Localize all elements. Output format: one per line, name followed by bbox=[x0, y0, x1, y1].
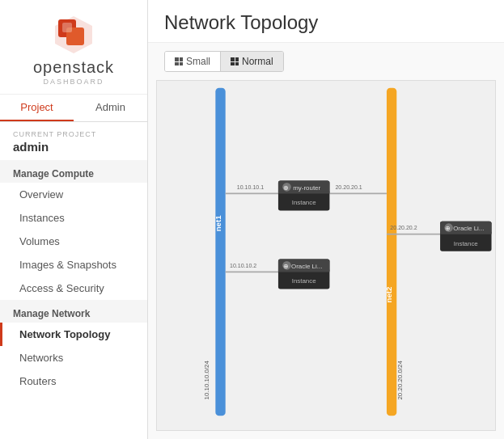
oracle1-name: Oracle Li... bbox=[291, 263, 322, 270]
nav-access-security[interactable]: Access & Security bbox=[0, 276, 147, 300]
oracle1-icon-text: ⊕ bbox=[283, 263, 289, 270]
logo-text: openstack bbox=[33, 58, 114, 77]
oracle2-type: Instance bbox=[454, 240, 479, 247]
oracle1-divider bbox=[278, 270, 329, 272]
router-icon-text: ⊕ bbox=[283, 184, 289, 192]
net1-subnet-label: 10.10.10.0/24 bbox=[203, 360, 210, 399]
small-grid-icon bbox=[175, 57, 183, 65]
normal-label: Normal bbox=[242, 56, 273, 67]
logo-subtext: DASHBOARD bbox=[43, 78, 104, 86]
openstack-logo-icon bbox=[52, 15, 95, 55]
net1-bar bbox=[215, 88, 225, 416]
oracle1-type: Instance bbox=[292, 277, 317, 285]
topology-canvas: net1 10.10.10.0/24 net2 20.20.20.0/24 10… bbox=[156, 80, 496, 431]
nav-routers[interactable]: Routers bbox=[0, 369, 147, 393]
current-project-name: admin bbox=[0, 140, 147, 160]
ip-net2-oracle2: 20.20.20.2 bbox=[390, 225, 417, 230]
page-title: Network Topology bbox=[164, 11, 488, 34]
ip-net1-router: 10.10.10.1 bbox=[237, 184, 264, 190]
ip-router-net2: 20.20.20.1 bbox=[335, 184, 362, 190]
ip-net1-oracle1: 10.10.10.2 bbox=[230, 263, 256, 268]
nav-network-topology[interactable]: Network Topology bbox=[0, 323, 147, 346]
net2-subnet-label: 20.20.20.0/24 bbox=[396, 360, 404, 399]
main-content: Network Topology Small Normal net1 bbox=[148, 0, 504, 439]
nav-instances[interactable]: Instances bbox=[0, 206, 147, 230]
my-router-name: my-router bbox=[293, 184, 320, 192]
my-router-type: Instance bbox=[292, 199, 317, 206]
oracle2-name: Oracle Li... bbox=[453, 225, 484, 232]
small-view-button[interactable]: Small bbox=[165, 52, 221, 71]
sidebar-tabs: Project Admin bbox=[0, 95, 147, 122]
svg-rect-4 bbox=[62, 23, 72, 32]
small-label: Small bbox=[186, 56, 210, 67]
topology-svg: net1 10.10.10.0/24 net2 20.20.20.0/24 10… bbox=[157, 81, 495, 430]
sidebar: openstack DASHBOARD Project Admin CURREN… bbox=[0, 0, 148, 439]
sidebar-tab-admin[interactable]: Admin bbox=[74, 95, 147, 121]
normal-grid-icon bbox=[231, 57, 239, 65]
toolbar: Small Normal bbox=[148, 43, 504, 80]
net1-label: net1 bbox=[214, 215, 222, 232]
oracle-li-1-node[interactable]: ⊕ Oracle Li... Instance bbox=[278, 259, 329, 289]
my-router-node[interactable]: ⊕ my-router Instance bbox=[278, 180, 329, 210]
oracle2-divider bbox=[440, 232, 491, 234]
oracle-li-2-node[interactable]: ⊕ Oracle Li... Instance bbox=[440, 222, 491, 251]
nav-volumes[interactable]: Volumes bbox=[0, 230, 147, 253]
oracle2-icon-text: ⊕ bbox=[445, 225, 451, 232]
logo-area: openstack DASHBOARD bbox=[0, 0, 147, 95]
sidebar-tab-project[interactable]: Project bbox=[0, 95, 74, 121]
section-manage-network: Manage Network bbox=[0, 300, 147, 323]
nav-images-snapshots[interactable]: Images & Snapshots bbox=[0, 253, 147, 276]
nav-overview[interactable]: Overview bbox=[0, 183, 147, 206]
main-header: Network Topology bbox=[148, 0, 504, 43]
net2-bar bbox=[387, 88, 396, 416]
current-project-label: CURRENT PROJECT bbox=[0, 122, 147, 140]
view-toggle: Small Normal bbox=[164, 51, 284, 72]
normal-view-button[interactable]: Normal bbox=[221, 52, 283, 71]
my-router-divider bbox=[278, 192, 329, 194]
section-manage-compute: Manage Compute bbox=[0, 160, 147, 183]
nav-networks[interactable]: Networks bbox=[0, 346, 147, 369]
net2-label: net2 bbox=[384, 287, 393, 303]
